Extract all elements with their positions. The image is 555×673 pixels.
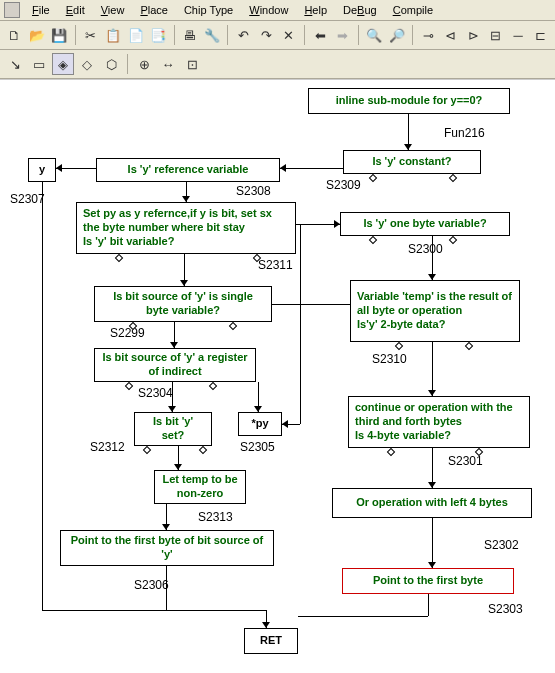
label-s2302: S2302 <box>484 538 519 552</box>
node-ret[interactable]: RET <box>244 628 298 654</box>
node-bitset[interactable]: Is bit 'y' set? <box>134 412 212 446</box>
anchor2-button[interactable]: ⊲ <box>440 24 461 46</box>
back-button[interactable]: ⬅ <box>310 24 331 46</box>
toolbar-1: 🗋 📂 💾 ✂ 📋 📄 📑 🖶 🔧 ↶ ↷ ✕ ⬅ ➡ 🔍 🔎 ⊸ ⊲ ⊳ ⊟ … <box>0 21 555 50</box>
delete-button[interactable]: ✕ <box>278 24 299 46</box>
node-isone[interactable]: Is 'y' one byte variable? <box>340 212 510 236</box>
label-s2299: S2299 <box>110 326 145 340</box>
menu-chiptype[interactable]: Chip Type <box>176 2 241 18</box>
cut-button[interactable]: ✂ <box>80 24 101 46</box>
new-button[interactable]: 🗋 <box>4 24 25 46</box>
zoomout-button[interactable]: 🔎 <box>386 24 407 46</box>
menu-edit[interactable]: Edit <box>58 2 93 18</box>
shape7-button[interactable]: ↔ <box>157 53 179 75</box>
anchor3-button[interactable]: ⊳ <box>463 24 484 46</box>
label-s2308: S2308 <box>236 184 271 198</box>
menu-help[interactable]: Help <box>296 2 335 18</box>
shape6-button[interactable]: ⊕ <box>133 53 155 75</box>
shape4-button[interactable]: ◇ <box>76 53 98 75</box>
label-s2306: S2306 <box>134 578 169 592</box>
fwd-button[interactable]: ➡ <box>332 24 353 46</box>
node-isref[interactable]: Is 'y' reference variable <box>96 158 280 182</box>
node-inline[interactable]: inline sub-module for y==0? <box>308 88 510 114</box>
shape8-button[interactable]: ⊡ <box>181 53 203 75</box>
label-s2300: S2300 <box>408 242 443 256</box>
label-fun216: Fun216 <box>444 126 485 140</box>
shape2-button[interactable]: ▭ <box>28 53 50 75</box>
shape3-button[interactable]: ◈ <box>52 53 74 75</box>
paste2-button[interactable]: 📑 <box>148 24 169 46</box>
menu-file[interactable]: File <box>24 2 58 18</box>
shape5-button[interactable]: ⬡ <box>100 53 122 75</box>
print-button[interactable]: 🖶 <box>179 24 200 46</box>
save-button[interactable]: 💾 <box>49 24 70 46</box>
menu-view[interactable]: View <box>93 2 133 18</box>
anchor6-button[interactable]: ⊏ <box>530 24 551 46</box>
zoomin-button[interactable]: 🔍 <box>364 24 385 46</box>
node-orop[interactable]: Or operation with left 4 bytes <box>332 488 532 518</box>
menu-compile[interactable]: Compile <box>385 2 441 18</box>
label-s2309: S2309 <box>326 178 361 192</box>
anchor1-button[interactable]: ⊸ <box>418 24 439 46</box>
anchor5-button[interactable]: ─ <box>508 24 529 46</box>
toolbar-2: ↘ ▭ ◈ ◇ ⬡ ⊕ ↔ ⊡ <box>0 50 555 79</box>
label-s2304: S2304 <box>138 386 173 400</box>
flowchart-canvas[interactable]: inline sub-module for y==0? Is 'y' const… <box>0 79 555 673</box>
node-isconst[interactable]: Is 'y' constant? <box>343 150 481 174</box>
label-s2310: S2310 <box>372 352 407 366</box>
label-s2312: S2312 <box>90 440 125 454</box>
label-s2301: S2301 <box>448 454 483 468</box>
node-bitsrc[interactable]: Is bit source of 'y' is single byte vari… <box>94 286 272 322</box>
node-cont[interactable]: continue or operation with the third and… <box>348 396 530 448</box>
menu-bar: File Edit View Place Chip Type Window He… <box>0 0 555 21</box>
label-s2307: S2307 <box>10 192 45 206</box>
node-ptrbit[interactable]: Point to the first byte of bit source of… <box>60 530 274 566</box>
menu-debug[interactable]: DeBug <box>335 2 385 18</box>
undo-button[interactable]: ↶ <box>233 24 254 46</box>
anchor4-button[interactable]: ⊟ <box>485 24 506 46</box>
paste-button[interactable]: 📄 <box>126 24 147 46</box>
node-py[interactable]: *py <box>238 412 282 436</box>
label-s2313: S2313 <box>198 510 233 524</box>
copy-button[interactable]: 📋 <box>103 24 124 46</box>
node-temp[interactable]: Variable 'temp' is the result of all byt… <box>350 280 520 342</box>
label-s2303: S2303 <box>488 602 523 616</box>
menu-window[interactable]: Window <box>241 2 296 18</box>
node-ptrfirst[interactable]: Point to the first byte <box>342 568 514 594</box>
open-button[interactable]: 📂 <box>27 24 48 46</box>
tool-button[interactable]: 🔧 <box>202 24 223 46</box>
label-s2305: S2305 <box>240 440 275 454</box>
node-y[interactable]: y <box>28 158 56 182</box>
label-s2311: S2311 <box>258 258 293 272</box>
app-icon <box>4 2 20 18</box>
shape1-button[interactable]: ↘ <box>4 53 26 75</box>
redo-button[interactable]: ↷ <box>256 24 277 46</box>
node-lettemp[interactable]: Let temp to be non-zero <box>154 470 246 504</box>
node-reg[interactable]: Is bit source of 'y' a register of indir… <box>94 348 256 382</box>
node-setpy[interactable]: Set py as y refernce,if y is bit, set sx… <box>76 202 296 254</box>
menu-place[interactable]: Place <box>132 2 176 18</box>
